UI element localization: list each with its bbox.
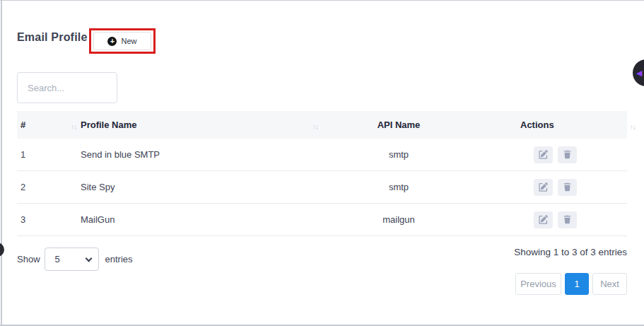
column-header-label: Profile Name bbox=[81, 120, 136, 130]
cell-actions bbox=[484, 146, 627, 163]
cell-index: 1 bbox=[17, 149, 81, 160]
email-profile-page: Email Profile + New # ↑↓ Profile Name ↑↓… bbox=[0, 0, 644, 326]
annotation-highlight: + New bbox=[89, 28, 156, 54]
arrow-left-icon: ◀ bbox=[636, 69, 642, 78]
cell-api-name: mailgun bbox=[314, 214, 484, 225]
cell-index: 3 bbox=[17, 214, 81, 225]
cell-actions bbox=[484, 179, 627, 196]
edit-button[interactable] bbox=[534, 146, 553, 163]
cell-api-name: smtp bbox=[314, 149, 484, 160]
page-length-select[interactable]: 5 bbox=[45, 248, 99, 271]
page-length-control: Show 5 entries bbox=[17, 248, 133, 271]
table-header-row: # ↑↓ Profile Name ↑↓ API Name Actions ↑↓ bbox=[17, 111, 627, 139]
edit-icon bbox=[539, 215, 548, 224]
cell-actions bbox=[484, 211, 627, 228]
trash-icon bbox=[563, 182, 572, 192]
trash-icon bbox=[563, 215, 572, 224]
cell-profile-name: Site Spy bbox=[81, 182, 314, 192]
trash-icon bbox=[563, 150, 572, 159]
top-border-line bbox=[0, 0, 644, 1]
cell-profile-name: Send in blue SMTP bbox=[81, 149, 314, 160]
table-row: 3 MailGun mailgun bbox=[17, 204, 627, 236]
table-row: 2 Site Spy smtp bbox=[17, 171, 627, 204]
page-title: Email Profile bbox=[17, 31, 88, 44]
column-header-index[interactable]: # ↑↓ bbox=[17, 120, 81, 130]
sort-icon: ↑↓ bbox=[630, 123, 636, 131]
table-body: 1 Send in blue SMTP smtp 2 Site Spy smtp bbox=[17, 139, 627, 236]
pagination-previous-button[interactable]: Previous bbox=[515, 273, 561, 295]
column-header-label: API Name bbox=[377, 120, 421, 130]
page-length-select-wrap: 5 bbox=[45, 248, 99, 271]
show-label: Show bbox=[17, 254, 40, 264]
edit-icon bbox=[539, 150, 548, 159]
entries-label: entries bbox=[105, 254, 133, 264]
cell-api-name: smtp bbox=[314, 182, 484, 192]
delete-button[interactable] bbox=[558, 146, 577, 163]
sort-icon: ↑↓ bbox=[71, 123, 76, 131]
table-info-text: Showing 1 to 3 of 3 entries bbox=[514, 247, 627, 257]
new-button[interactable]: + New bbox=[93, 32, 151, 50]
new-button-label: New bbox=[121, 37, 136, 45]
column-header-label: Actions bbox=[520, 120, 554, 130]
edit-button[interactable] bbox=[534, 211, 553, 228]
cell-index: 2 bbox=[17, 182, 81, 192]
column-header-label: # bbox=[21, 120, 25, 130]
pagination-next-button[interactable]: Next bbox=[592, 273, 627, 295]
left-border-line bbox=[1, 0, 2, 326]
sort-icon: ↑↓ bbox=[312, 123, 318, 131]
delete-button[interactable] bbox=[558, 211, 577, 228]
delete-button[interactable] bbox=[558, 179, 577, 196]
customizer-toggle-button[interactable]: ◀ bbox=[633, 59, 644, 86]
edge-toggle-button[interactable] bbox=[0, 243, 4, 257]
pagination-current-page[interactable]: 1 bbox=[565, 273, 589, 295]
column-header-profile-name[interactable]: Profile Name ↑↓ bbox=[81, 120, 314, 130]
cell-profile-name: MailGun bbox=[81, 214, 314, 225]
column-header-actions[interactable]: Actions ↑↓ bbox=[484, 120, 627, 130]
edit-icon bbox=[539, 182, 548, 192]
table-row: 1 Send in blue SMTP smtp bbox=[17, 139, 627, 171]
column-header-api-name[interactable]: API Name bbox=[314, 120, 484, 130]
edit-button[interactable] bbox=[534, 179, 553, 196]
search-input[interactable] bbox=[17, 72, 117, 103]
plus-circle-icon: + bbox=[107, 37, 117, 46]
pagination: Previous 1 Next bbox=[515, 273, 627, 295]
